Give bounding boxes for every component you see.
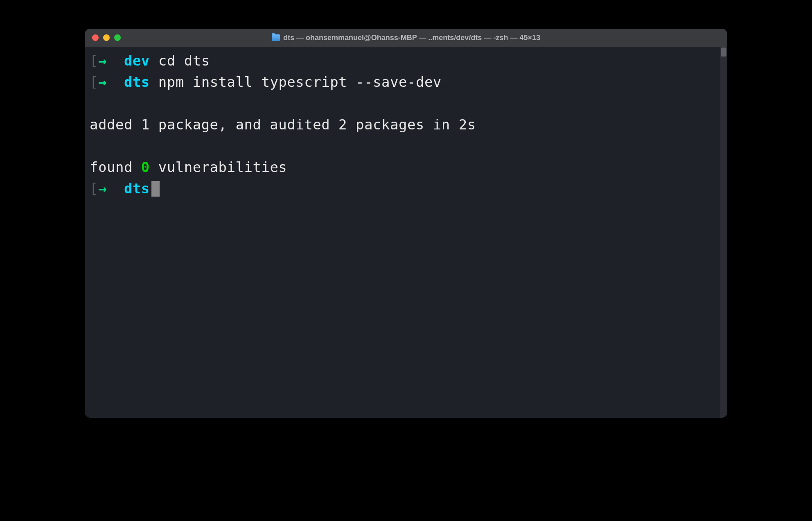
prompt-arrow-icon: → [98, 74, 107, 90]
titlebar[interactable]: dts — ohansemmanuel@Ohanss-MBP — ..ments… [85, 29, 727, 47]
title-text: dts — ohansemmanuel@Ohanss-MBP — ..ments… [283, 34, 540, 42]
prompt-dir: dev [124, 52, 150, 69]
terminal-line: [→ dev cd dts [90, 50, 722, 71]
output-line: found 0 vulnerabilities [90, 156, 722, 178]
cursor [151, 181, 160, 197]
maximize-button[interactable] [114, 34, 121, 41]
blank-line [90, 93, 722, 114]
command-text: npm install typescript --save-dev [158, 74, 442, 90]
scrollbar-thumb[interactable] [721, 48, 726, 57]
terminal-line: [→ dts [90, 178, 722, 199]
close-button[interactable] [92, 34, 99, 41]
minimize-button[interactable] [103, 34, 110, 41]
prompt-arrow-icon: → [98, 180, 107, 197]
folder-icon [272, 34, 280, 41]
vuln-count: 0 [141, 159, 150, 175]
vuln-prefix: found [90, 159, 141, 175]
vuln-suffix: vulnerabilities [150, 159, 287, 175]
terminal-body[interactable]: [→ dev cd dts [→ dts npm install typescr… [85, 47, 727, 418]
bracket-open: [ [90, 180, 98, 197]
terminal-window: dts — ohansemmanuel@Ohanss-MBP — ..ments… [85, 29, 727, 418]
prompt-arrow-icon: → [98, 52, 107, 69]
traffic-lights [92, 34, 121, 41]
bracket-open: [ [90, 52, 98, 69]
window-title: dts — ohansemmanuel@Ohanss-MBP — ..ments… [272, 34, 540, 42]
prompt-dir: dts [124, 74, 150, 90]
output-line: added 1 package, and audited 2 packages … [90, 114, 722, 135]
prompt-dir: dts [124, 180, 150, 197]
command-text: cd dts [158, 52, 210, 69]
scrollbar-track[interactable] [720, 47, 727, 418]
bracket-open: [ [90, 74, 98, 90]
terminal-line: [→ dts npm install typescript --save-dev [90, 71, 722, 93]
blank-line [90, 135, 722, 156]
